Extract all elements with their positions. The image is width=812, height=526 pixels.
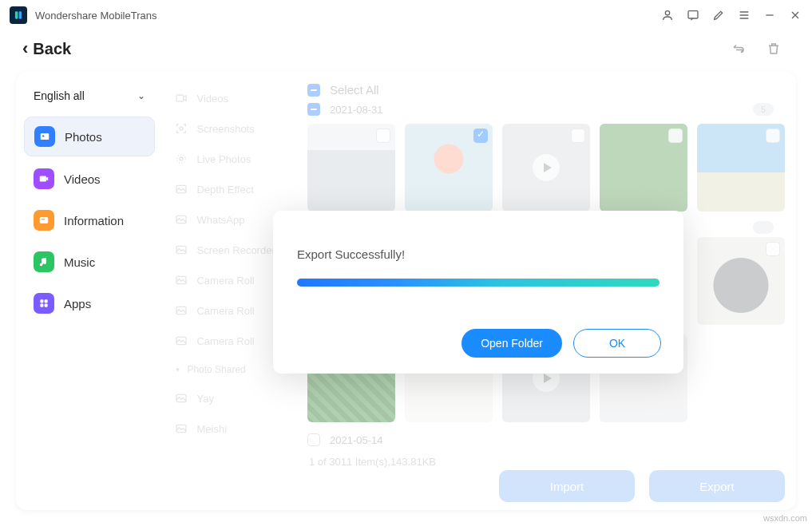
thumbnail-checkbox[interactable]	[376, 129, 390, 143]
app-title: Wondershare MobileTrans	[35, 10, 156, 22]
nav-label: Information	[64, 214, 124, 227]
import-button[interactable]: Import	[499, 470, 635, 502]
svg-rect-12	[45, 304, 48, 307]
image-icon	[174, 273, 188, 287]
category-deptheffect[interactable]: Depth Effect	[168, 174, 298, 204]
music-icon	[34, 251, 54, 272]
open-folder-button[interactable]: Open Folder	[461, 329, 562, 358]
photo-thumbnail[interactable]	[307, 124, 395, 212]
svg-rect-1	[19, 11, 22, 18]
thumbnail-checkbox[interactable]	[668, 129, 683, 143]
info-icon	[34, 210, 54, 231]
nav-information[interactable]: Information	[24, 201, 155, 239]
thumbnail-row	[307, 124, 785, 212]
video-icon	[174, 91, 188, 105]
checkbox-partial-icon[interactable]	[307, 84, 320, 97]
category-label: Live Photos	[196, 153, 251, 165]
category-label: Screenshots	[196, 123, 254, 135]
nav-videos[interactable]: Videos	[24, 160, 155, 198]
trash-icon[interactable]	[766, 41, 782, 57]
svg-point-14	[180, 127, 183, 130]
bottom-buttons: Import Export	[499, 470, 785, 502]
svg-point-16	[177, 155, 186, 164]
date-group-row[interactable]: 2021-05-14	[307, 432, 785, 453]
category-label: Depth Effect	[196, 184, 253, 196]
category-label: Screen Recorder	[196, 244, 275, 256]
svg-rect-7	[40, 217, 49, 223]
titlebar: Wondershare MobileTrans	[0, 0, 812, 30]
select-all-row[interactable]: Select All	[307, 80, 785, 100]
modal-buttons: Open Folder OK	[461, 329, 661, 358]
image-icon	[174, 334, 188, 348]
thumbnail-checkbox[interactable]	[571, 129, 585, 143]
svg-rect-0	[15, 11, 18, 18]
photo-thumbnail[interactable]	[405, 124, 493, 212]
play-icon	[533, 154, 560, 181]
thumbnail-checkbox[interactable]	[766, 129, 780, 143]
select-all-label: Select All	[330, 83, 379, 97]
svg-rect-9	[40, 299, 43, 303]
nav-label: Music	[64, 255, 95, 269]
count-badge	[753, 221, 774, 234]
category-meishi[interactable]: Meishi	[168, 413, 298, 444]
apps-icon	[34, 293, 54, 314]
videos-icon	[34, 168, 54, 189]
category-yay[interactable]: Yay	[168, 383, 298, 413]
date-label: 2021-08-31	[330, 104, 383, 116]
image-icon	[174, 391, 188, 405]
image-icon	[174, 212, 188, 227]
nav-music[interactable]: Music	[24, 243, 155, 281]
thumbnail-checkbox[interactable]	[766, 242, 780, 256]
chat-icon[interactable]	[686, 8, 700, 22]
sidebar: English all ⌄ Photos Videos Information …	[16, 72, 163, 510]
shared-label: Photo Shared	[187, 364, 245, 375]
category-label: Camera Roll	[196, 335, 254, 347]
photo-thumbnail[interactable]	[502, 124, 590, 212]
menu-icon[interactable]	[737, 8, 751, 22]
nav-label: Photos	[65, 130, 102, 144]
svg-rect-4	[41, 133, 50, 140]
backbar-actions	[731, 41, 782, 57]
checkbox-partial-icon[interactable]	[307, 103, 320, 116]
category-screenshots[interactable]: Screenshots	[168, 113, 298, 144]
export-button[interactable]: Export	[649, 470, 785, 502]
edit-icon[interactable]	[711, 8, 726, 22]
category-livephotos[interactable]: Live Photos	[168, 144, 298, 174]
back-button[interactable]: ‹ Back	[22, 38, 71, 59]
category-label: WhatsApp	[196, 214, 244, 226]
svg-rect-11	[40, 304, 43, 307]
image-icon	[174, 421, 188, 436]
svg-rect-10	[45, 299, 48, 303]
photo-thumbnail[interactable]	[697, 124, 785, 212]
category-label: Videos	[196, 93, 228, 105]
thumbnail-checkbox[interactable]	[473, 129, 488, 143]
category-label: Meishi	[196, 423, 227, 435]
language-label: English all	[34, 89, 85, 102]
chevron-down-icon: ⌄	[137, 90, 145, 101]
language-select[interactable]: English all ⌄	[24, 83, 155, 109]
progress-bar	[297, 279, 660, 287]
category-label: Camera Roll	[196, 275, 254, 287]
nav-photos[interactable]: Photos	[24, 117, 155, 156]
svg-point-5	[42, 135, 44, 136]
category-label: Yay	[196, 393, 213, 405]
close-icon[interactable]	[788, 8, 802, 22]
date-group-row[interactable]: 2021-08-31 5	[307, 100, 785, 124]
export-success-modal: Export Successfully! Open Folder OK	[273, 211, 683, 374]
minimize-icon[interactable]	[762, 8, 777, 22]
user-icon[interactable]	[660, 8, 675, 22]
nav-apps[interactable]: Apps	[24, 284, 155, 322]
svg-rect-13	[176, 95, 184, 101]
modal-title: Export Successfully!	[297, 247, 660, 261]
ok-button[interactable]: OK	[573, 329, 661, 358]
checkbox-empty-icon[interactable]	[307, 433, 320, 446]
category-videos[interactable]: Videos	[168, 83, 298, 113]
image-icon	[174, 303, 188, 318]
photo-thumbnail[interactable]	[697, 237, 785, 325]
photo-thumbnail[interactable]	[600, 124, 687, 212]
refresh-icon[interactable]	[731, 41, 747, 57]
titlebar-actions	[660, 8, 802, 22]
svg-point-15	[180, 157, 183, 160]
screenshot-icon	[174, 121, 188, 136]
photos-icon	[34, 126, 55, 147]
